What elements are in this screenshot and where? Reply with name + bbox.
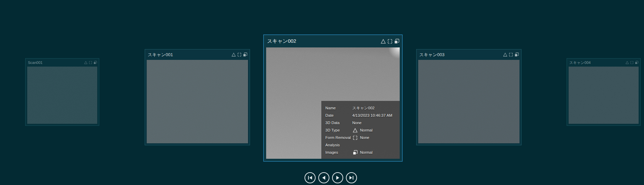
nav-next-button[interactable] xyxy=(332,172,343,183)
scan-card-title: スキャン004 xyxy=(569,60,591,65)
scan-carousel: Scan001 スキャン001 スキャン002 xyxy=(0,0,644,185)
scan-card-title: スキャン001 xyxy=(148,52,173,58)
previous-icon xyxy=(319,173,329,183)
scan-card-scan-jp-003[interactable]: スキャン003 xyxy=(416,49,522,145)
scan-status-icons xyxy=(625,61,639,65)
scan-thumbnail xyxy=(418,60,520,143)
scan-card-title: スキャン003 xyxy=(419,52,444,58)
scan-card-scan-jp-002-selected[interactable]: スキャン002 Name スキャン002 Date 4/13/2023 10:4… xyxy=(263,35,402,161)
3d-type-triangle-icon xyxy=(231,52,236,57)
scan-card-header: スキャン004 xyxy=(567,59,640,67)
3d-type-triangle-icon xyxy=(84,61,88,65)
images-icon xyxy=(352,150,358,155)
tooltip-row-form-removal: Form Removal None xyxy=(325,134,400,141)
tooltip-row-name: Name スキャン002 xyxy=(325,104,400,112)
images-icon xyxy=(243,52,248,57)
scan-status-icons xyxy=(503,52,519,57)
scan-status-icons xyxy=(231,52,248,57)
3d-type-triangle-icon xyxy=(625,61,629,65)
scan-card-header: Scan001 xyxy=(26,59,99,67)
scan-status-icons xyxy=(84,61,97,65)
images-icon xyxy=(394,38,400,44)
form-removal-icon xyxy=(352,135,358,141)
scan-thumbnail xyxy=(569,67,639,124)
skip-to-first-icon xyxy=(305,173,315,183)
form-removal-icon xyxy=(237,52,242,57)
scan-card-scan-jp-004[interactable]: スキャン004 xyxy=(567,58,641,126)
scan-card-header: スキャン002 xyxy=(264,35,402,47)
tooltip-row-date: Date 4/13/2023 10:46:37 AM xyxy=(325,112,400,119)
images-icon xyxy=(93,61,97,65)
images-icon xyxy=(635,61,639,65)
scan-info-tooltip: Name スキャン002 Date 4/13/2023 10:46:37 AM … xyxy=(321,101,400,159)
scan-card-scan001[interactable]: Scan001 xyxy=(25,58,99,126)
scan-card-header: スキャン001 xyxy=(145,49,250,60)
form-removal-icon xyxy=(630,61,634,65)
tooltip-row-images: Images Normal xyxy=(325,149,400,156)
form-removal-icon xyxy=(88,61,93,65)
3d-type-triangle-icon xyxy=(380,38,386,44)
tooltip-row-3d-data: 3D Data None xyxy=(325,119,400,126)
tooltip-row-analysis: Analysis xyxy=(325,141,400,149)
form-removal-icon xyxy=(387,38,393,44)
nav-skip-to-last-button[interactable] xyxy=(346,172,357,183)
3d-type-triangle-icon xyxy=(503,52,508,57)
nav-previous-button[interactable] xyxy=(318,172,329,183)
images-icon xyxy=(514,52,519,57)
form-removal-icon xyxy=(508,52,513,57)
scan-status-icons xyxy=(380,38,400,44)
scan-card-title: スキャン002 xyxy=(267,38,296,44)
scan-thumbnail xyxy=(147,60,248,143)
scan-card-title: Scan001 xyxy=(28,61,42,65)
triangle-icon xyxy=(352,127,358,133)
thumbnail-noise-texture xyxy=(418,60,520,143)
nav-skip-to-first-button[interactable] xyxy=(305,172,316,183)
carousel-nav xyxy=(305,172,357,183)
scan-card-header: スキャン003 xyxy=(417,49,521,60)
scan-card-scan-jp-001[interactable]: スキャン001 xyxy=(145,49,250,145)
thumbnail-noise-texture xyxy=(27,67,97,124)
scan-thumbnail xyxy=(27,67,97,124)
next-icon xyxy=(333,173,343,183)
thumbnail-noise-texture xyxy=(147,60,248,143)
tooltip-row-3d-type: 3D Type Normal xyxy=(325,126,400,134)
skip-to-last-icon xyxy=(347,173,356,183)
thumbnail-noise-texture xyxy=(569,67,639,124)
